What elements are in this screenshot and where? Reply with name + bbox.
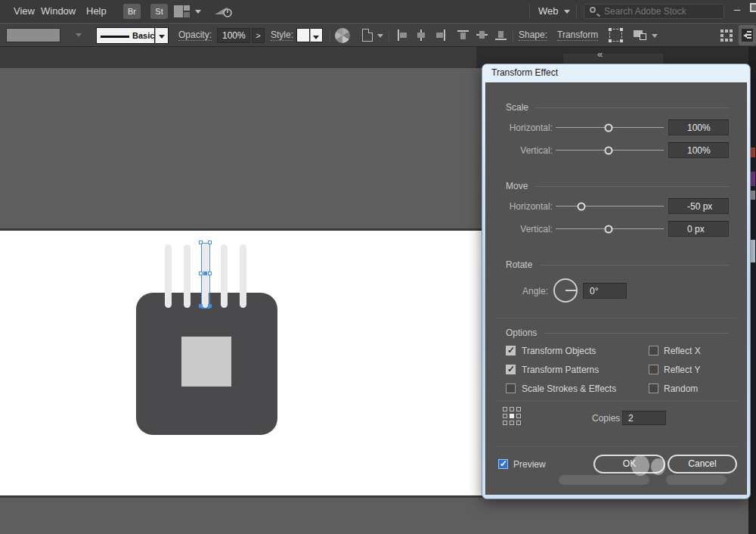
move-vertical-label: Vertical: <box>486 224 553 234</box>
angle-input[interactable] <box>583 283 627 299</box>
transform-patterns-checkbox[interactable] <box>506 365 516 374</box>
stroke-style-box[interactable]: Basic <box>96 27 155 44</box>
shape-label[interactable]: Shape: <box>519 23 547 47</box>
selection-handle[interactable] <box>208 241 212 244</box>
scale-horizontal-slider[interactable] <box>556 120 664 135</box>
scale-vertical-label: Vertical: <box>486 145 553 156</box>
arrange-documents-icon[interactable] <box>720 29 733 42</box>
slider-knob[interactable] <box>605 147 613 155</box>
align-right-icon[interactable] <box>434 29 447 42</box>
ok-button[interactable]: OK <box>593 455 665 473</box>
fill-color-swatch[interactable] <box>6 28 60 42</box>
reflect-x-label: Reflect X <box>664 346 701 356</box>
align-vertical-center-icon[interactable] <box>476 29 488 42</box>
divider <box>495 446 737 447</box>
stroke-preview-line <box>101 36 129 38</box>
align-bottom-icon[interactable] <box>494 29 507 42</box>
selection-handle[interactable] <box>199 304 203 308</box>
fill-chevron-icon[interactable] <box>76 33 82 37</box>
rotate-section-header: Rotate <box>506 259 730 270</box>
preview-checkbox[interactable] <box>498 459 508 469</box>
artwork-prong-2[interactable] <box>184 244 191 308</box>
scale-horizontal-input[interactable] <box>668 120 729 135</box>
align-top-icon[interactable] <box>457 29 469 42</box>
slider-knob[interactable] <box>605 225 613 234</box>
isolate-chevron-icon[interactable] <box>652 34 658 38</box>
dock-collapse-icon[interactable]: « <box>597 48 603 60</box>
divider <box>495 401 737 402</box>
style-dropdown-button[interactable] <box>310 28 323 42</box>
bridge-button[interactable]: Br <box>123 4 141 19</box>
menu-help[interactable]: Help <box>79 0 114 23</box>
selection-handle[interactable] <box>208 304 212 308</box>
watermark-blob <box>559 475 649 485</box>
angle-dial[interactable] <box>553 278 578 303</box>
collapse-panels-button[interactable] <box>739 25 756 45</box>
stroke-preset-label: Basic <box>132 28 154 43</box>
scale-horizontal-label: Horizontal: <box>486 123 553 133</box>
move-vertical-input[interactable] <box>668 221 729 237</box>
selection-handle[interactable] <box>199 272 203 275</box>
style-label[interactable]: Style: <box>271 23 293 47</box>
web-chevron-icon[interactable] <box>564 10 570 14</box>
artwork-prong-4[interactable] <box>221 244 228 308</box>
stock-button[interactable]: St <box>150 4 168 19</box>
restore-button[interactable] <box>750 3 756 12</box>
divider <box>495 318 737 318</box>
scale-vertical-input[interactable] <box>668 142 729 158</box>
selection-outline <box>201 243 210 309</box>
slider-knob[interactable] <box>578 203 586 211</box>
align-left-icon[interactable] <box>396 29 409 42</box>
style-swatch[interactable] <box>296 28 310 42</box>
menu-window[interactable]: Window <box>33 0 83 23</box>
opacity-input[interactable] <box>217 28 250 43</box>
scale-strokes-label: Scale Strokes & Effects <box>522 383 616 394</box>
scale-section-header: Scale <box>506 102 730 113</box>
workspace-chevron-icon[interactable] <box>195 10 201 14</box>
artwork-prong-5[interactable] <box>240 244 246 308</box>
transform-patterns-label: Transform Patterns <box>522 365 599 375</box>
application-window: View Window Help Br St Web – Basic Opaci… <box>0 0 756 534</box>
selection-handle[interactable] <box>199 241 203 244</box>
search-icon <box>590 7 596 13</box>
dialog-title[interactable]: Transform Effect <box>491 67 558 78</box>
selection-handle[interactable] <box>208 272 212 275</box>
document-chevron-icon[interactable] <box>377 34 383 38</box>
options-section-header: Options <box>506 328 730 338</box>
angle-label: Angle: <box>486 286 548 296</box>
reflect-x-checkbox[interactable] <box>649 346 658 355</box>
recolor-artwork-icon[interactable] <box>335 28 350 43</box>
control-bar: Basic Opacity: > Style: Shape: Transform <box>0 23 756 47</box>
dialog-body: Scale Horizontal: Vertical: Move Horizon… <box>485 82 747 495</box>
random-checkbox[interactable] <box>649 383 658 393</box>
watermark-blob <box>666 475 727 485</box>
minimize-button[interactable]: – <box>727 0 747 20</box>
free-transform-icon[interactable] <box>609 29 622 42</box>
move-vertical-slider[interactable] <box>556 222 664 237</box>
copies-input[interactable] <box>622 411 666 425</box>
search-input[interactable] <box>584 4 724 19</box>
move-horizontal-input[interactable] <box>668 198 729 214</box>
stroke-dropdown-button[interactable] <box>155 27 169 44</box>
opacity-expand-button[interactable]: > <box>252 28 265 43</box>
reference-point-selector[interactable] <box>503 407 522 427</box>
workspace-switcher-icon[interactable] <box>174 5 191 17</box>
move-horizontal-slider[interactable] <box>556 199 664 214</box>
artwork-inner-square[interactable] <box>181 337 231 387</box>
menubar: View Window Help Br St Web – <box>0 0 756 23</box>
opacity-label[interactable]: Opacity: <box>178 23 212 47</box>
slider-knob[interactable] <box>605 124 613 132</box>
isolate-object-icon[interactable] <box>634 29 647 41</box>
scale-strokes-checkbox[interactable] <box>506 383 516 393</box>
cancel-button[interactable]: Cancel <box>668 455 737 473</box>
transform-label[interactable]: Transform <box>557 23 598 47</box>
document-setup-icon[interactable] <box>362 29 373 42</box>
scale-vertical-slider[interactable] <box>556 143 664 158</box>
sync-status-icon <box>214 5 234 18</box>
reflect-y-checkbox[interactable] <box>649 365 658 374</box>
selection-handle-center[interactable] <box>203 272 207 275</box>
transform-objects-checkbox[interactable] <box>506 346 516 355</box>
profile-web-dropdown[interactable]: Web <box>538 0 559 23</box>
align-horizontal-center-icon[interactable] <box>415 29 428 42</box>
artwork-prong-1[interactable] <box>165 244 172 308</box>
